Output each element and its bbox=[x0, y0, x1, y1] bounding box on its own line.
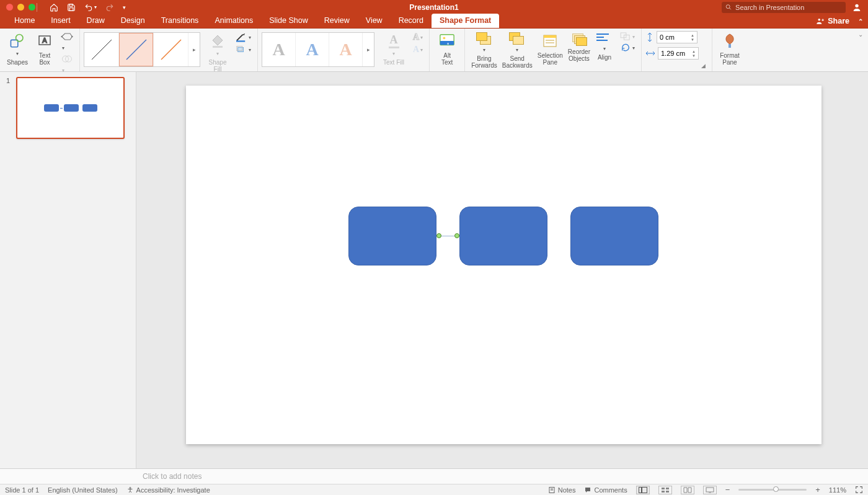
shape-fill-button[interactable]: ▾ Shape Fill bbox=[204, 31, 231, 74]
text-fill-button[interactable]: A ▾ Text Fill bbox=[378, 31, 409, 67]
svg-point-10 bbox=[61, 36, 63, 38]
svg-rect-41 bbox=[666, 491, 669, 493]
height-icon bbox=[645, 32, 654, 42]
format-pane-label: Format Pane bbox=[720, 52, 740, 66]
tab-record[interactable]: Record bbox=[391, 14, 432, 28]
zoom-in-button[interactable]: + bbox=[815, 485, 820, 494]
accessibility-status[interactable]: Accessibility: Investigate bbox=[126, 486, 210, 494]
connector-handle-right[interactable] bbox=[454, 233, 459, 238]
zoom-slider[interactable] bbox=[738, 489, 807, 491]
fit-to-window-button[interactable] bbox=[855, 486, 863, 494]
normal-view-button[interactable] bbox=[636, 486, 650, 494]
svg-line-15 bbox=[126, 40, 146, 60]
wordart-style-3[interactable]: A bbox=[329, 33, 363, 66]
rounded-rectangle-3[interactable] bbox=[570, 207, 658, 265]
merge-shapes-icon[interactable]: ▾ bbox=[61, 55, 73, 74]
width-spinner[interactable]: ▲▼ bbox=[692, 50, 696, 58]
undo-icon[interactable]: ▾ bbox=[84, 3, 97, 12]
zoom-out-button[interactable]: − bbox=[725, 485, 730, 494]
tab-design[interactable]: Design bbox=[113, 14, 153, 28]
group-size: 0 cm ▲▼ 1.29 cm ▲▼ ◢ bbox=[642, 29, 712, 71]
slide-counter[interactable]: Slide 1 of 1 bbox=[5, 486, 39, 494]
slide-thumbnail-panel[interactable]: 1 bbox=[0, 72, 136, 468]
style-line-dark[interactable] bbox=[84, 33, 119, 66]
selection-pane-label: Selection Pane bbox=[538, 52, 563, 66]
language-status[interactable]: English (United States) bbox=[48, 486, 118, 494]
reading-view-button[interactable] bbox=[681, 486, 694, 494]
save-icon[interactable] bbox=[67, 3, 76, 12]
style-line-accent2[interactable] bbox=[154, 33, 188, 66]
send-backwards-button[interactable]: ▾ Send Backwards bbox=[500, 31, 535, 70]
rotate-icon[interactable]: ▾ bbox=[620, 43, 635, 52]
customize-qat-icon[interactable]: ▾ bbox=[123, 4, 126, 11]
home-icon[interactable] bbox=[50, 3, 58, 12]
reorder-objects-button[interactable]: Reorder Objects bbox=[565, 31, 593, 63]
notes-placeholder: Click to add notes bbox=[143, 472, 202, 481]
wordart-gallery-more-icon[interactable]: ▸ bbox=[363, 47, 374, 53]
zoom-slider-thumb[interactable] bbox=[773, 486, 779, 492]
quick-access-toolbar: ▾ ▾ bbox=[50, 3, 126, 12]
shape-style-gallery[interactable]: ▸ bbox=[84, 32, 200, 67]
text-outline-icon[interactable]: A ▾ bbox=[413, 32, 423, 42]
style-gallery-more-icon[interactable]: ▸ bbox=[188, 47, 200, 53]
edit-shape-icon[interactable]: ▾ bbox=[61, 32, 73, 52]
search-input[interactable] bbox=[722, 2, 846, 13]
align-button[interactable]: ▾ Align bbox=[593, 31, 616, 62]
selection-pane-button[interactable]: Selection Pane bbox=[535, 31, 565, 67]
rounded-rectangle-1[interactable] bbox=[348, 207, 436, 265]
connector-line-selected[interactable] bbox=[436, 236, 459, 237]
text-box-button[interactable]: A Text Box bbox=[31, 31, 58, 67]
notes-toggle[interactable]: Notes bbox=[548, 486, 576, 494]
shape-effects-icon[interactable]: ▾ bbox=[235, 45, 251, 55]
slide[interactable] bbox=[186, 86, 822, 444]
shape-outline-icon[interactable]: ▾ bbox=[235, 32, 251, 42]
shapes-button[interactable]: ▾ Shapes bbox=[4, 31, 31, 67]
tab-home[interactable]: Home bbox=[6, 14, 43, 28]
group-objects-icon[interactable]: ▾ bbox=[620, 32, 635, 41]
comments-toggle[interactable]: Comments bbox=[584, 486, 627, 494]
size-dialog-launcher-icon[interactable]: ◢ bbox=[699, 63, 708, 70]
wordart-gallery[interactable]: A A A ▸ bbox=[262, 32, 374, 67]
close-window-icon[interactable] bbox=[6, 4, 13, 11]
tab-draw[interactable]: Draw bbox=[79, 14, 113, 28]
format-pane-button[interactable]: Format Pane bbox=[716, 31, 743, 67]
account-icon[interactable] bbox=[852, 2, 862, 12]
tab-transitions[interactable]: Transitions bbox=[153, 14, 207, 28]
bring-forwards-button[interactable]: ▾ Bring Forwards bbox=[469, 31, 500, 70]
svg-point-11 bbox=[71, 36, 73, 38]
notes-pane[interactable]: Click to add notes bbox=[0, 468, 868, 484]
ribbon-options-icon[interactable]: ⌄ bbox=[853, 29, 868, 71]
minimize-window-icon[interactable] bbox=[17, 4, 24, 11]
tab-slide-show[interactable]: Slide Show bbox=[261, 14, 316, 28]
shape-width-input[interactable]: 1.29 cm ▲▼ bbox=[658, 47, 699, 60]
group-format-pane: Format Pane bbox=[712, 29, 747, 71]
slide-canvas-area[interactable] bbox=[136, 72, 868, 468]
tab-shape-format[interactable]: Shape Format bbox=[432, 14, 499, 28]
connector-handle-left[interactable] bbox=[436, 233, 441, 238]
svg-rect-42 bbox=[706, 488, 714, 492]
height-spinner[interactable]: ▲▼ bbox=[691, 33, 694, 42]
text-effects-icon[interactable]: A ▾ bbox=[413, 45, 423, 55]
tab-insert[interactable]: Insert bbox=[43, 14, 78, 28]
tab-view[interactable]: View bbox=[358, 14, 391, 28]
tab-review[interactable]: Review bbox=[316, 14, 358, 28]
zoom-percent[interactable]: 111% bbox=[829, 486, 846, 494]
group-arrange: ▾ Bring Forwards ▾ Send Backwards Select… bbox=[465, 29, 642, 71]
slide-sorter-view-button[interactable] bbox=[658, 486, 672, 494]
collapse-ribbon-icon[interactable]: ⌃ bbox=[858, 18, 863, 25]
search-field[interactable] bbox=[735, 4, 842, 11]
maximize-window-icon[interactable] bbox=[29, 4, 35, 11]
slideshow-view-button[interactable] bbox=[703, 486, 717, 494]
wordart-style-2[interactable]: A bbox=[296, 33, 329, 66]
alt-text-button[interactable]: ≡ Alt Text bbox=[433, 31, 461, 67]
redo-icon[interactable] bbox=[105, 3, 114, 12]
slide-thumbnail-1[interactable] bbox=[16, 77, 125, 139]
shape-height-input[interactable]: 0 cm ▲▼ bbox=[657, 31, 698, 43]
svg-point-2 bbox=[726, 5, 730, 9]
wordart-style-1[interactable]: A bbox=[262, 33, 296, 66]
workspace: 1 bbox=[0, 72, 868, 468]
share-button[interactable]: Share bbox=[816, 17, 849, 25]
tab-animations[interactable]: Animations bbox=[206, 14, 261, 28]
rounded-rectangle-2[interactable] bbox=[459, 207, 547, 265]
style-line-accent1[interactable] bbox=[119, 33, 154, 66]
